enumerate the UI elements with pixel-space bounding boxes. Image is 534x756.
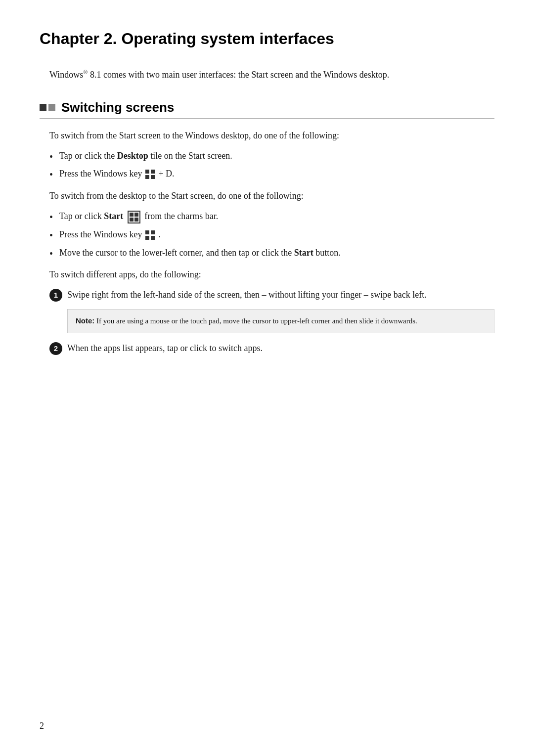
intro-paragraph: Windows® 8.1 comes with two main user in…	[40, 68, 494, 82]
section-content: To switch from the Start screen to the W…	[40, 129, 494, 356]
section-icon	[40, 104, 55, 111]
step-1-text: Swipe right from the left-hand side of t…	[67, 288, 494, 302]
switch-to-desktop-intro: To switch from the Start screen to the W…	[49, 129, 494, 143]
note-text: If you are using a mouse or the touch pa…	[96, 317, 417, 325]
step-1: 1 Swipe right from the left-hand side of…	[49, 288, 494, 302]
start-bold-1: Start	[104, 211, 123, 221]
bullet-lower-left-corner: Move the cursor to the lower-left corner…	[49, 246, 494, 260]
start-icon	[128, 211, 140, 223]
bullet-desktop-tile: Tap or click the Desktop tile on the Sta…	[49, 149, 494, 163]
chapter-title: Chapter 2. Operating system interfaces	[40, 30, 494, 48]
registered-mark: ®	[83, 69, 88, 76]
step-2-text: When the apps list appears, tap or click…	[67, 341, 494, 356]
bullet-tap-start: Tap or click Start from the charms bar.	[49, 209, 494, 223]
bullet-press-windows-key: Press the Windows key .	[49, 227, 494, 242]
step-2: 2 When the apps list appears, tap or cli…	[49, 341, 494, 356]
square-dark-1	[40, 104, 46, 111]
switch-to-start-intro: To switch from the desktop to the Start …	[49, 189, 494, 203]
bullet-windows-key-d: Press the Windows key + D.	[49, 167, 494, 181]
page-number: 2	[40, 721, 44, 731]
start-bold-2: Start	[294, 248, 313, 258]
section-title: Switching screens	[61, 100, 174, 115]
switch-apps-intro: To switch different apps, do the followi…	[49, 267, 494, 282]
note-label: Note:	[76, 316, 94, 325]
square-light-1	[48, 104, 55, 111]
step-2-number: 2	[49, 342, 62, 355]
section-header: Switching screens	[40, 100, 494, 119]
windows-key-icon-1	[145, 170, 155, 179]
bullets-to-start: Tap or click Start from the charms bar. …	[49, 209, 494, 260]
note-box: Note: If you are using a mouse or the to…	[67, 309, 494, 333]
desktop-bold: Desktop	[117, 151, 148, 161]
bullets-to-desktop: Tap or click the Desktop tile on the Sta…	[49, 149, 494, 181]
windows-key-icon-2	[145, 230, 155, 240]
step-1-number: 1	[49, 289, 62, 302]
